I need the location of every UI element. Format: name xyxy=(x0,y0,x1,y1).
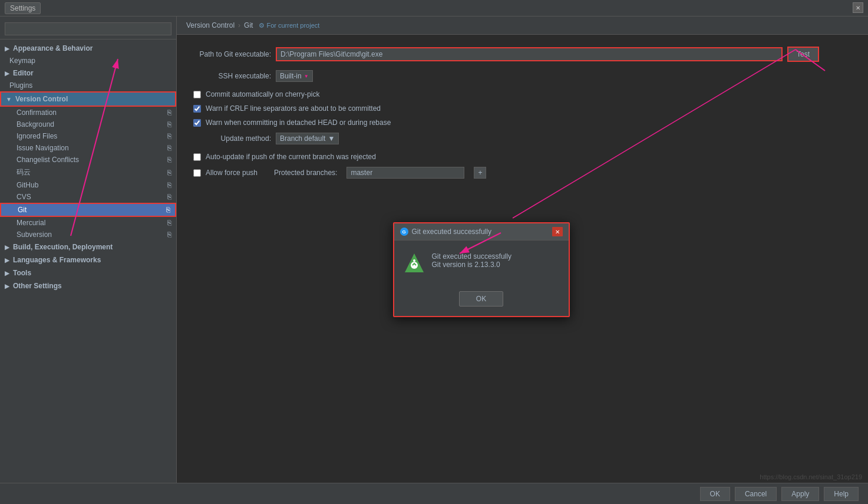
dialog-title-text: Git executed successfully xyxy=(412,228,491,236)
ssh-dropdown[interactable]: Built-in ▼ xyxy=(276,70,313,82)
protected-branches-input[interactable] xyxy=(346,167,464,179)
sidebar-item-git[interactable]: Git ⎘ xyxy=(0,203,176,217)
copy-icon[interactable]: ⎘ xyxy=(167,219,171,227)
sidebar-item-changelist-conflicts[interactable]: Changelist Conflicts ⎘ xyxy=(0,154,176,166)
sidebar-item-label: CVS xyxy=(16,193,31,201)
update-method-row: Update method: Branch default ▼ xyxy=(189,133,856,144)
sidebar-item-label: Changelist Conflicts xyxy=(16,156,79,164)
copy-icon[interactable]: ⎘ xyxy=(167,169,171,177)
content-body: Path to Git executable: Test SSH executa… xyxy=(177,35,868,196)
force-push-row: Allow force push Protected branches: + xyxy=(193,167,856,179)
help-bottom-button[interactable]: Help xyxy=(824,487,859,501)
auto-update-checkbox[interactable] xyxy=(193,153,201,161)
add-protected-branch-button[interactable]: + xyxy=(474,167,486,179)
sidebar-item-label: Editor xyxy=(13,69,34,77)
search-bar xyxy=(0,19,176,39)
update-arrow-icon: ▼ xyxy=(328,134,335,143)
sidebar-item-label: Issue Navigation xyxy=(16,144,69,152)
ok-bottom-button[interactable]: OK xyxy=(700,487,730,501)
arrow-icon: ▶ xyxy=(5,257,9,263)
sidebar-item-ignored-files[interactable]: Ignored Files ⎘ xyxy=(0,130,176,142)
sidebar-item-confirmation[interactable]: Confirmation ⎘ xyxy=(0,107,176,118)
test-button[interactable]: Test xyxy=(787,47,819,62)
sidebar-item-plugins[interactable]: Plugins xyxy=(0,80,176,91)
success-icon xyxy=(404,252,425,274)
sidebar-item-label: GitHub xyxy=(16,181,38,189)
sidebar-item-label: Git xyxy=(18,206,27,214)
dialog-footer: OK xyxy=(394,285,569,316)
checkbox-warn-detached: Warn when committing in detached HEAD or… xyxy=(193,118,856,127)
dialog-close-button[interactable]: ✕ xyxy=(552,227,563,236)
sidebar-item-subversion[interactable]: Subversion ⎘ xyxy=(0,229,176,241)
sidebar-item-build-execution[interactable]: ▶ Build, Execution, Deployment xyxy=(0,241,176,253)
sidebar-item-issue-navigation[interactable]: Issue Navigation ⎘ xyxy=(0,142,176,154)
dropdown-arrow-icon: ▼ xyxy=(304,74,309,79)
sidebar-item-label: Other Settings xyxy=(13,282,62,290)
copy-icon[interactable]: ⎘ xyxy=(167,156,171,164)
sidebar-item-label: Appearance & Behavior xyxy=(13,44,93,52)
dialog-ok-button[interactable]: OK xyxy=(459,291,503,307)
copy-icon[interactable]: ⎘ xyxy=(167,230,171,239)
git-path-input[interactable] xyxy=(276,47,783,61)
breadcrumb-current: Git xyxy=(244,21,253,29)
sidebar-item-background[interactable]: Background ⎘ xyxy=(0,118,176,130)
copy-icon[interactable]: ⎘ xyxy=(167,108,171,117)
success-dialog: G Git executed successfully ✕ Git execut… xyxy=(393,222,570,317)
bottom-bar: OK Cancel Apply Help xyxy=(0,483,868,504)
sidebar-item-label: Background xyxy=(16,120,54,129)
copy-icon[interactable]: ⎘ xyxy=(167,144,171,152)
copy-icon[interactable]: ⎘ xyxy=(167,132,171,140)
sidebar-item-appearance-behavior[interactable]: ▶ Appearance & Behavior xyxy=(0,42,176,55)
sidebar-item-keymap[interactable]: Keymap xyxy=(0,55,176,67)
sidebar-item-github[interactable]: GitHub ⎘ xyxy=(0,179,176,191)
copy-icon[interactable]: ⎘ xyxy=(167,120,171,129)
commit-auto-checkbox[interactable] xyxy=(193,91,201,98)
breadcrumb-project: ⚙ For current project xyxy=(259,22,319,29)
arrow-icon: ▶ xyxy=(5,45,9,52)
commit-auto-label: Commit automatically on cherry-pick xyxy=(206,90,319,98)
sidebar-item-label: Mercurial xyxy=(16,219,45,227)
warn-crlf-checkbox[interactable] xyxy=(193,105,201,113)
sidebar-item-editor[interactable]: ▶ Editor xyxy=(0,67,176,80)
checkbox-auto-update: Auto-update if push of the current branc… xyxy=(193,153,856,161)
sidebar-item-label: Version Control xyxy=(15,95,68,103)
copy-icon[interactable]: ⎘ xyxy=(166,206,170,214)
git-path-label: Path to Git executable: xyxy=(189,50,271,58)
sidebar-item-label: Languages & Frameworks xyxy=(13,256,101,264)
dialog-title: G Git executed successfully xyxy=(400,228,491,236)
sidebar-item-myyun[interactable]: 码云 ⎘ xyxy=(0,166,176,179)
arrow-icon: ▶ xyxy=(5,270,9,276)
arrow-icon: ▼ xyxy=(6,96,12,103)
allow-force-push-checkbox[interactable] xyxy=(193,169,201,177)
window-title: Settings xyxy=(5,2,41,14)
copy-icon[interactable]: ⎘ xyxy=(167,181,171,189)
sidebar-item-cvs[interactable]: CVS ⎘ xyxy=(0,191,176,203)
sidebar-item-tools[interactable]: ▶ Tools xyxy=(0,266,176,279)
protected-branches-label: Protected branches: xyxy=(274,169,337,177)
sidebar-item-languages[interactable]: ▶ Languages & Frameworks xyxy=(0,253,176,266)
dialog-message-line1: Git executed successfully xyxy=(432,252,511,261)
title-bar: Settings ✕ xyxy=(0,0,868,17)
ssh-label: SSH executable: xyxy=(189,72,271,80)
cancel-bottom-button[interactable]: Cancel xyxy=(735,487,777,501)
sidebar-item-label: Build, Execution, Deployment xyxy=(13,243,113,251)
arrow-icon: ▶ xyxy=(5,244,9,251)
warn-crlf-label: Warn if CRLF line separators are about t… xyxy=(206,104,381,113)
warn-detached-label: Warn when committing in detached HEAD or… xyxy=(206,118,391,127)
sidebar-item-label: Confirmation xyxy=(16,108,57,117)
ssh-value: Built-in xyxy=(280,72,302,80)
apply-bottom-button[interactable]: Apply xyxy=(781,487,819,501)
copy-icon[interactable]: ⎘ xyxy=(167,193,171,201)
search-input[interactable] xyxy=(5,22,171,35)
sidebar-item-version-control[interactable]: ▼ Version Control xyxy=(0,91,176,107)
dialog-message-line2: Git version is 2.13.3.0 xyxy=(432,261,511,269)
sidebar-item-other-settings[interactable]: ▶ Other Settings xyxy=(0,279,176,292)
warn-detached-checkbox[interactable] xyxy=(193,119,201,127)
sidebar-item-mercurial[interactable]: Mercurial ⎘ xyxy=(0,217,176,229)
update-method-dropdown[interactable]: Branch default ▼ xyxy=(276,133,339,144)
window-close-button[interactable]: ✕ xyxy=(853,2,863,13)
content-header: Version Control › Git ⚙ For current proj… xyxy=(177,17,868,35)
ssh-row: SSH executable: Built-in ▼ xyxy=(189,70,856,82)
arrow-icon: ▶ xyxy=(5,283,9,289)
update-method-label: Update method: xyxy=(189,134,271,143)
